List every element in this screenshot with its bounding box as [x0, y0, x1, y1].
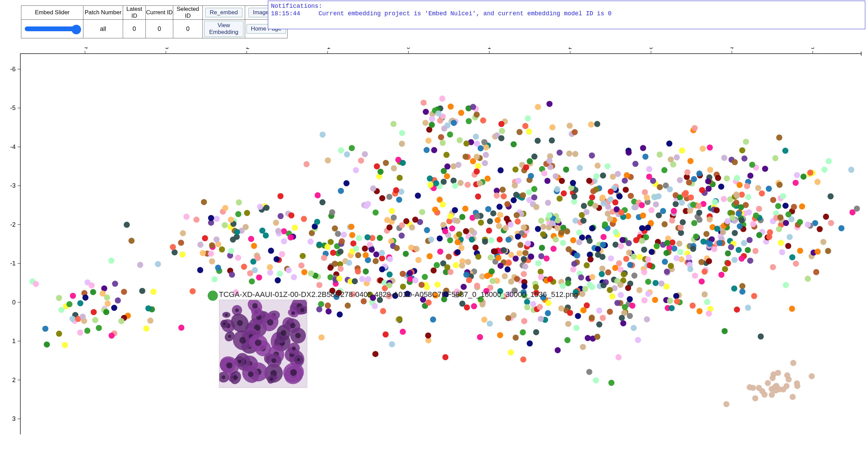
embedding-point[interactable] [615, 171, 621, 177]
embedding-point[interactable] [779, 249, 785, 255]
embedding-point[interactable] [399, 232, 405, 239]
embedding-point[interactable] [549, 137, 555, 144]
embedding-point[interactable] [481, 317, 487, 323]
embedding-point[interactable] [607, 309, 613, 315]
embedding-point[interactable] [201, 199, 207, 205]
embedding-point[interactable] [386, 194, 392, 200]
embedding-point[interactable] [839, 225, 845, 231]
embedding-point[interactable] [301, 269, 308, 275]
embedding-point[interactable] [316, 282, 322, 288]
embedding-point[interactable] [488, 237, 494, 243]
embedding-point[interactable] [600, 242, 606, 248]
embedding-point[interactable] [573, 325, 579, 331]
embedding-point[interactable] [750, 221, 756, 227]
embedding-point[interactable] [370, 185, 376, 191]
embedding-point[interactable] [358, 157, 364, 164]
embedding-point[interactable] [575, 313, 581, 319]
embedding-point[interactable] [640, 145, 646, 151]
embedding-point[interactable] [639, 225, 645, 231]
embedding-point[interactable] [600, 172, 606, 178]
embedding-point[interactable] [619, 315, 625, 321]
embedding-point[interactable] [431, 147, 437, 153]
embedding-point[interactable] [551, 246, 557, 252]
embedding-point[interactable] [393, 187, 399, 193]
embedding-point[interactable] [423, 109, 429, 115]
embedding-point[interactable] [525, 241, 531, 247]
embedding-point[interactable] [621, 271, 627, 277]
embedding-point[interactable] [558, 305, 564, 312]
embedding-point[interactable] [608, 380, 614, 386]
embedding-point[interactable] [616, 193, 623, 200]
embedding-point[interactable] [274, 256, 280, 262]
embedding-point[interactable] [179, 251, 185, 258]
embedding-point[interactable] [731, 257, 737, 263]
embedding-point[interactable] [262, 300, 268, 306]
embedding-point[interactable] [341, 232, 347, 238]
embedding-point[interactable] [559, 178, 565, 184]
embedding-point[interactable] [457, 137, 463, 143]
embedding-point[interactable] [361, 298, 367, 304]
embedding-point[interactable] [772, 155, 778, 161]
embedding-point[interactable] [712, 199, 718, 205]
embedding-point[interactable] [535, 138, 541, 144]
embedding-point[interactable] [706, 258, 712, 264]
embedding-point[interactable] [825, 248, 831, 254]
embedding-point[interactable] [502, 273, 508, 279]
embedding-point[interactable] [520, 192, 526, 198]
embedding-point[interactable] [775, 370, 781, 376]
embedding-point[interactable] [540, 231, 546, 237]
embedding-point[interactable] [172, 249, 178, 256]
embedding-point[interactable] [513, 335, 519, 341]
embedding-point[interactable] [679, 200, 685, 206]
embedding-point[interactable] [434, 262, 440, 268]
embedding-point[interactable] [805, 276, 811, 282]
embedding-point[interactable] [70, 316, 76, 322]
embedding-point[interactable] [629, 303, 635, 309]
embedding-point[interactable] [229, 271, 235, 278]
embedding-point[interactable] [319, 199, 326, 205]
embedding-point[interactable] [399, 222, 405, 228]
embedding-point[interactable] [752, 248, 758, 254]
embedding-point[interactable] [418, 282, 425, 288]
embedding-point[interactable] [222, 222, 228, 228]
embedding-point[interactable] [734, 306, 740, 313]
embedding-point[interactable] [273, 220, 279, 226]
embedding-point[interactable] [44, 341, 50, 347]
embedding-point[interactable] [531, 194, 537, 201]
embedding-point[interactable] [527, 158, 533, 164]
embedding-point[interactable] [766, 186, 772, 192]
embedding-point[interactable] [328, 265, 334, 271]
embedding-point[interactable] [540, 295, 546, 301]
embedding-point[interactable] [386, 293, 392, 299]
embedding-point[interactable] [622, 177, 628, 184]
embedding-point[interactable] [595, 163, 601, 169]
embedding-point[interactable] [533, 284, 539, 290]
embedding-point[interactable] [308, 270, 314, 277]
embedding-point[interactable] [396, 196, 402, 203]
embedding-point[interactable] [673, 201, 679, 207]
embedding-point[interactable] [756, 232, 762, 238]
embedding-point[interactable] [807, 170, 813, 176]
embedding-point[interactable] [487, 321, 493, 327]
embedding-point[interactable] [582, 286, 588, 292]
embedding-point[interactable] [588, 121, 594, 128]
embedding-point[interactable] [255, 255, 261, 261]
embedding-point[interactable] [422, 274, 428, 280]
embedding-point[interactable] [594, 121, 600, 127]
embedding-point[interactable] [690, 303, 696, 309]
embedding-point[interactable] [429, 122, 435, 128]
embedding-point[interactable] [338, 147, 344, 153]
embedding-point[interactable] [442, 228, 448, 234]
embedding-point[interactable] [538, 218, 544, 224]
embedding-point[interactable] [626, 150, 632, 156]
embedding-point[interactable] [673, 255, 679, 261]
embedding-point[interactable] [783, 220, 789, 226]
embedding-point[interactable] [623, 187, 629, 193]
embedding-point[interactable] [576, 229, 582, 236]
embedding-point[interactable] [628, 193, 634, 199]
embedding-point[interactable] [772, 384, 778, 390]
embedding-point[interactable] [660, 208, 666, 214]
embedding-point[interactable] [465, 259, 471, 265]
embedding-point[interactable] [151, 288, 157, 295]
view-embedding-button[interactable]: View Embedding [204, 21, 243, 37]
